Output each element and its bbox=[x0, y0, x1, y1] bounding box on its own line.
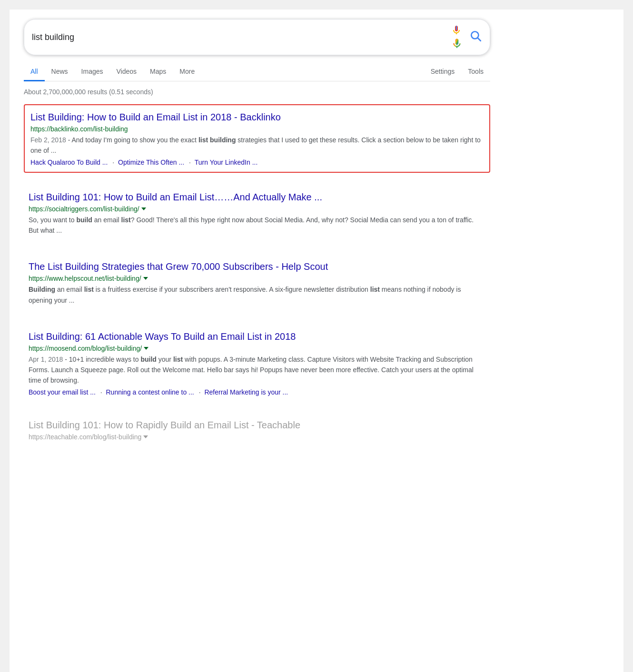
search-button-icon[interactable] bbox=[470, 30, 482, 44]
page-wrapper: list building bbox=[10, 10, 623, 672]
result-snippet: Feb 2, 2018 - And today I'm going to sho… bbox=[30, 135, 484, 156]
result-card: The List Building Strategies that Grew 7… bbox=[24, 256, 490, 312]
result-snippet: Building an email list is a fruitless ex… bbox=[29, 284, 485, 305]
sitelink-2[interactable]: Optimize This Often ... bbox=[118, 158, 184, 166]
result-snippet: Apr 1, 2018 - 10+1 incredible ways to bu… bbox=[29, 354, 485, 385]
result-title[interactable]: List Building: 61 Actionable Ways To Bui… bbox=[29, 330, 485, 343]
result-card: List Building: 61 Actionable Ways To Bui… bbox=[24, 326, 490, 401]
result-url: https://socialtriggers.com/list-building… bbox=[29, 205, 485, 213]
sitelink-2[interactable]: Running a contest online to ... bbox=[106, 388, 194, 396]
tab-settings[interactable]: Settings bbox=[424, 63, 462, 81]
result-title[interactable]: List Building 101: How to Build an Email… bbox=[29, 191, 485, 203]
dropdown-arrow-icon[interactable] bbox=[141, 208, 146, 210]
nav-tabs: All News Images Videos Maps More Setting… bbox=[24, 63, 490, 81]
result-snippet: So, you want to build an email list? Goo… bbox=[29, 215, 485, 236]
result-url: https://www.helpscout.net/list-building/ bbox=[29, 275, 485, 282]
search-input[interactable]: list building bbox=[32, 32, 451, 42]
result-title[interactable]: List Building 101: How to Rapidly Build … bbox=[29, 419, 485, 431]
dropdown-arrow-icon[interactable] bbox=[143, 435, 148, 438]
sitelink-3[interactable]: Turn Your LinkedIn ... bbox=[195, 158, 258, 166]
results-info: About 2,700,000,000 results (0.51 second… bbox=[24, 88, 490, 96]
result-url: https://moosend.com/blog/list-building/ bbox=[29, 345, 485, 352]
result-card: List Building: How to Build an Email Lis… bbox=[24, 104, 490, 173]
sitelink-1[interactable]: Hack Qualaroo To Build ... bbox=[30, 158, 108, 166]
result-url: https://teachable.com/blog/list-building bbox=[29, 433, 485, 441]
dropdown-arrow-icon[interactable] bbox=[143, 277, 148, 280]
search-bar: list building bbox=[24, 19, 490, 55]
result-title[interactable]: List Building: How to Build an Email Lis… bbox=[30, 111, 484, 123]
dropdown-arrow-icon[interactable] bbox=[144, 347, 148, 350]
result-title[interactable]: The List Building Strategies that Grew 7… bbox=[29, 260, 485, 273]
svg-rect-0 bbox=[456, 26, 457, 30]
microphone-icon[interactable] bbox=[451, 24, 463, 50]
result-sitelinks: Hack Qualaroo To Build ... · Optimize Th… bbox=[30, 158, 484, 166]
result-sitelinks: Boost your email list ... · Running a co… bbox=[29, 388, 485, 396]
tab-videos[interactable]: Videos bbox=[110, 63, 144, 81]
sitelink-3[interactable]: Referral Marketing is your ... bbox=[204, 388, 288, 396]
tab-tools[interactable]: Tools bbox=[461, 63, 490, 81]
tab-all[interactable]: All bbox=[24, 63, 45, 81]
tab-more[interactable]: More bbox=[173, 63, 201, 81]
result-card: List Building 101: How to Build an Email… bbox=[24, 186, 490, 242]
tab-news[interactable]: News bbox=[45, 63, 75, 81]
results-container: List Building: How to Build an Email Lis… bbox=[24, 104, 490, 447]
result-card: List Building 101: How to Rapidly Build … bbox=[24, 414, 490, 447]
search-icons bbox=[451, 24, 482, 50]
tab-maps[interactable]: Maps bbox=[143, 63, 173, 81]
svg-line-2 bbox=[478, 38, 481, 41]
tab-images[interactable]: Images bbox=[75, 63, 110, 81]
nav-right: Settings Tools bbox=[424, 63, 490, 81]
result-url: https://backlinko.com/list-building bbox=[30, 125, 484, 133]
sitelink-1[interactable]: Boost your email list ... bbox=[29, 388, 96, 396]
